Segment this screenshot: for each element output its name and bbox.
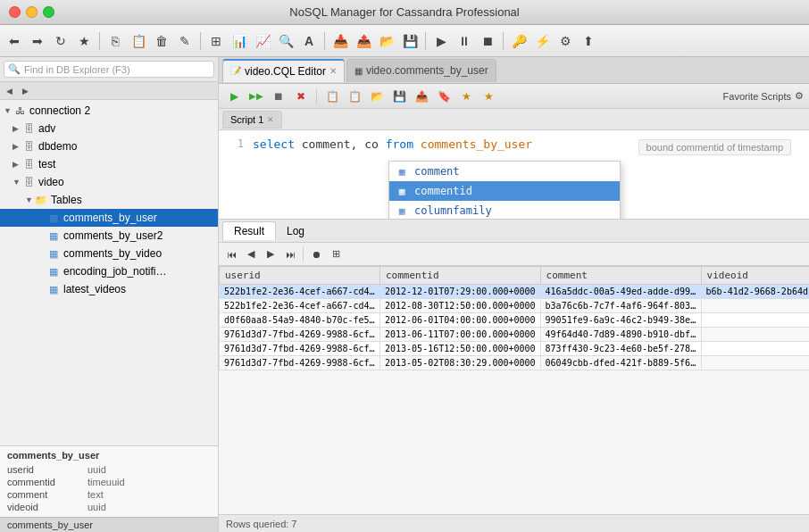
cancel-btn[interactable]: ✖ [291,87,311,106]
nav-last[interactable]: ⏭ [281,245,299,263]
toolbar-delete[interactable]: 🗑 [151,30,172,52]
toolbar-chart1[interactable]: 📊 [229,30,250,52]
toolbar-settings[interactable]: ⚙ [555,30,576,52]
editor-hint: bound commentid of timestamp [638,139,791,155]
table-icon: ▦ [46,282,61,296]
tree-item-tables[interactable]: ▼ 📁 Tables [0,191,218,209]
tree-item-connection2[interactable]: ▼ 🖧 connection 2 [0,102,218,120]
sep1 [99,32,100,50]
tab-comments-by-user[interactable]: ▦ video.comments_by_user [346,59,496,82]
fav-star1[interactable]: ★ [456,87,476,106]
tab-cql-editor[interactable]: 📝 video.CQL Editor ✕ [222,59,345,82]
info-row-comment: comment text [7,488,211,501]
run-all-btn[interactable]: ▶▶ [246,87,266,106]
toolbar-search[interactable]: 🔍 [275,30,296,52]
table-row[interactable]: 9761d3d7-7fbd-4269-9988-6cfd4e1886782013… [220,356,810,370]
toolbar-forward[interactable]: ➡ [27,30,48,52]
toolbar-copy[interactable]: ⎘ [104,30,126,52]
bookmark-btn[interactable]: 🔖 [434,87,454,106]
toolbar-lightning[interactable]: ⚡ [531,30,553,52]
col-type-comment: text [88,489,104,500]
toolbar-bookmark[interactable]: ★ [73,30,95,52]
scroll-right-btn[interactable]: ▶ [18,84,32,98]
maximize-button[interactable] [43,6,54,18]
toolbar-edit[interactable]: ✎ [174,30,196,52]
toolbar-table[interactable]: ⊞ [205,30,227,52]
search-input-wrapper[interactable]: 🔍 Find in DB Explorer (F3) [4,61,214,78]
toolbar-back[interactable]: ⬅ [4,30,25,52]
paste-btn[interactable]: 📋 [345,87,364,106]
data-table-container[interactable]: userid commentid comment videoid 522b1fe… [219,266,809,514]
toolbar-up[interactable]: ⬆ [578,30,599,52]
tree-item-comments-by-user[interactable]: ▦ comments_by_user [0,209,218,227]
tree-item-dbdemo[interactable]: ▶ 🗄 dbdemo [0,137,218,155]
toolbar-key[interactable]: 🔑 [508,30,530,52]
tree-item-comments-by-video[interactable]: ▦ comments_by_video [0,245,218,262]
fav-scripts-icon[interactable]: ⚙ [795,90,804,102]
ac-item-commentid[interactable]: ▦ commentid [389,181,620,201]
grid-btn[interactable]: ⊞ [327,245,345,263]
arrow-icon [38,249,46,258]
table-row[interactable]: d0f60aa8-54a9-4840-b70c-fe562b68842b2012… [220,313,810,328]
toolbar-import[interactable]: 📥 [329,30,351,52]
tree-item-latest-videos[interactable]: ▦ latest_videos [0,280,218,298]
toolbar-open[interactable]: 📂 [376,30,397,52]
code-editor[interactable]: 1 select comment, co from comments_by_us… [219,130,809,220]
fav-star2[interactable]: ★ [479,87,498,106]
script-tab-1[interactable]: Script 1 ✕ [222,111,282,129]
tree-item-video[interactable]: ▼ 🗄 video [0,173,218,191]
toolbar-export[interactable]: 📤 [353,30,374,52]
toolbar-chart2[interactable]: 📈 [252,30,273,52]
run-btn[interactable]: ▶ [224,87,244,106]
tree-item-adv[interactable]: ▶ 🗄 adv [0,120,218,137]
cell-userid: 522b1fe2-2e36-4cef-a667-cd4237d08b89 [220,299,380,313]
open-btn[interactable]: 📂 [367,87,387,106]
ac-item-comment[interactable]: ▦ comment [389,162,620,181]
copy-btn[interactable]: 📋 [322,87,342,106]
minimize-button[interactable] [26,6,38,18]
table-row[interactable]: 9761d3d7-7fbd-4269-9988-6cfd4e1886782013… [220,342,810,356]
tree-label-test: test [38,158,55,170]
tab-result[interactable]: Result [222,221,276,240]
titlebar-buttons [9,6,54,18]
table-row[interactable]: 522b1fe2-2e36-4cef-a667-cd42…2012-12-01T… [220,285,810,299]
toolbar-font[interactable]: A [298,30,320,52]
nav-next[interactable]: ▶ [262,245,279,263]
nav-prev[interactable]: ◀ [242,245,260,263]
arrow-icon: ▼ [4,106,13,115]
toolbar-paste[interactable]: 📋 [128,30,149,52]
cell-comment: b3a76c6b-7c7f-4af6-964f-803a9283c401 [540,299,701,313]
col-type-videoid: uuid [88,502,106,512]
script-tab-close[interactable]: ✕ [267,115,274,124]
tree-label-dbdemo: dbdemo [38,140,77,153]
arrow-icon: ▶ [13,142,21,151]
tab-icon-table: ▦ [354,66,363,76]
table-row[interactable]: 9761d3d7-7fbd-4269-9988-6cfd4e1886782013… [220,328,810,342]
export-btn[interactable]: 📤 [412,87,431,106]
save-btn[interactable]: 💾 [389,87,409,106]
ac-item-columnfamily[interactable]: ▦ columnfamily [389,201,620,220]
stop-btn[interactable]: ⏹ [269,87,288,106]
close-button[interactable] [9,6,21,18]
col-header-userid: userid [220,267,380,285]
col-header-commentid: commentid [380,267,541,285]
toolbar-save[interactable]: 💾 [399,30,421,52]
cell-commentid: 2012-12-01T07:29:00.000+0000 [380,285,541,299]
record-btn[interactable]: ⏺ [307,245,325,263]
col-name-videoid: videoid [7,502,88,512]
toolbar-refresh[interactable]: ↻ [50,30,71,52]
tree-item-test[interactable]: ▶ 🗄 test [0,155,218,173]
tab-close-cql[interactable]: ✕ [329,66,337,76]
table-row[interactable]: 522b1fe2-2e36-4cef-a667-cd4237d08b892012… [220,299,810,313]
tree-item-encoding-job-notifications[interactable]: ▦ encoding_job_notifi… [0,262,218,280]
toolbar-stop[interactable]: ⏸ [454,30,475,52]
tree-item-comments-by-user2[interactable]: ▦ comments_by_user2 [0,227,218,245]
tab-log[interactable]: Log [276,222,315,240]
toolbar-reset[interactable]: ⏹ [477,30,498,52]
toolbar-run[interactable]: ▶ [430,30,452,52]
results-sep [303,247,304,262]
nav-first[interactable]: ⏮ [222,245,240,263]
info-row-commentid: commentid timeuuid [7,476,211,488]
scroll-left-btn[interactable]: ◀ [2,84,16,98]
cell-userid: d0f60aa8-54a9-4840-b70c-fe562b68842b [220,313,380,328]
